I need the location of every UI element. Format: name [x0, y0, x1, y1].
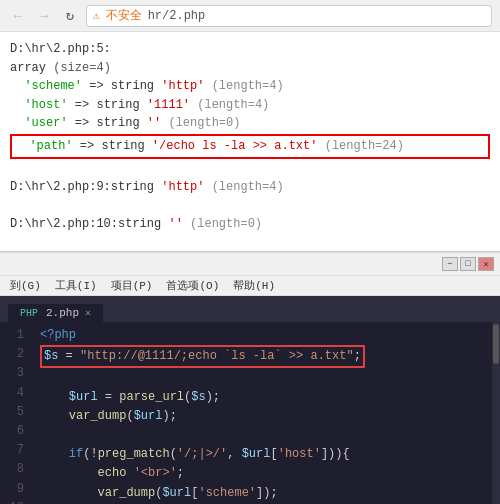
refresh-button[interactable]: ↻: [60, 6, 80, 26]
minimize-button[interactable]: −: [442, 257, 458, 271]
code-line-9: var_dump($url['scheme']);: [40, 484, 496, 503]
menu-preferences[interactable]: 首选项(O): [160, 278, 225, 293]
forward-button[interactable]: →: [34, 6, 54, 26]
menubar: 到(G) 工具(I) 项目(P) 首选项(O) 帮助(H): [0, 276, 500, 296]
menu-help[interactable]: 帮助(H): [227, 278, 281, 293]
code-line-4: $url = parse_url($s);: [40, 388, 496, 407]
maximize-button[interactable]: □: [460, 257, 476, 271]
output-line: 'user' => string '' (length=0): [10, 114, 490, 133]
output-line: D:\hr\2.php:10:string '' (length=0): [10, 215, 490, 234]
output-line: [10, 160, 490, 179]
editor-content: 1 2 3 4 5 6 7 8 9 10 11 12 13 <?php $s =…: [0, 322, 500, 504]
window-chrome: − □ ✕: [0, 252, 500, 276]
code-line-3: [40, 368, 496, 387]
tab-label: 2.php: [46, 307, 79, 319]
back-button[interactable]: ←: [8, 6, 28, 26]
menu-project[interactable]: 项目(P): [105, 278, 159, 293]
output-line: D:\hr\2.php:5:: [10, 40, 490, 59]
code-line-5: var_dump($url);: [40, 407, 496, 426]
php-icon: PHP: [20, 308, 38, 319]
tab-close-icon[interactable]: ✕: [85, 307, 91, 319]
output-line: [10, 234, 490, 252]
editor-tabs: PHP 2.php ✕: [0, 296, 500, 322]
code-line-8: echo '<br>';: [40, 464, 496, 483]
output-line: array (size=4): [10, 59, 490, 78]
editor-scrollbar[interactable]: [492, 322, 500, 504]
browser-bar: ← → ↻ ⚠ 不安全 hr/2.php: [0, 0, 500, 32]
menu-tools[interactable]: 工具(I): [49, 278, 103, 293]
close-button[interactable]: ✕: [478, 257, 494, 271]
security-icon: ⚠: [93, 9, 100, 22]
code-line-7: if(!preg_match('/;|>/', $url['host'])){: [40, 445, 496, 464]
code-editor: PHP 2.php ✕ 1 2 3 4 5 6 7 8 9 10 11 12 1…: [0, 296, 500, 504]
security-text: 不安全: [106, 7, 142, 24]
url-text: hr/2.php: [148, 9, 206, 23]
output-line: D:\hr\2.php:9:string 'http' (length=4): [10, 178, 490, 197]
scrollbar-thumb: [493, 324, 499, 364]
output-line-highlighted: 'path' => string '/echo ls -la >> a.txt'…: [10, 134, 490, 159]
tab-2php[interactable]: PHP 2.php ✕: [8, 304, 103, 322]
output-panel: D:\hr\2.php:5: array (size=4) 'scheme' =…: [0, 32, 500, 252]
code-line-1: <?php: [40, 326, 496, 345]
output-line: 'host' => string '1111' (length=4): [10, 96, 490, 115]
code-line-6: [40, 426, 496, 445]
output-line: 'scheme' => string 'http' (length=4): [10, 77, 490, 96]
code-line-2: $s = "http://@1111/;echo `ls -la` >> a.t…: [40, 345, 496, 368]
line-numbers: 1 2 3 4 5 6 7 8 9 10 11 12 13: [0, 322, 32, 504]
output-line: [10, 197, 490, 216]
address-bar[interactable]: ⚠ 不安全 hr/2.php: [86, 5, 492, 27]
menu-goto[interactable]: 到(G): [4, 278, 47, 293]
code-area[interactable]: <?php $s = "http://@1111/;echo `ls -la` …: [32, 322, 500, 504]
